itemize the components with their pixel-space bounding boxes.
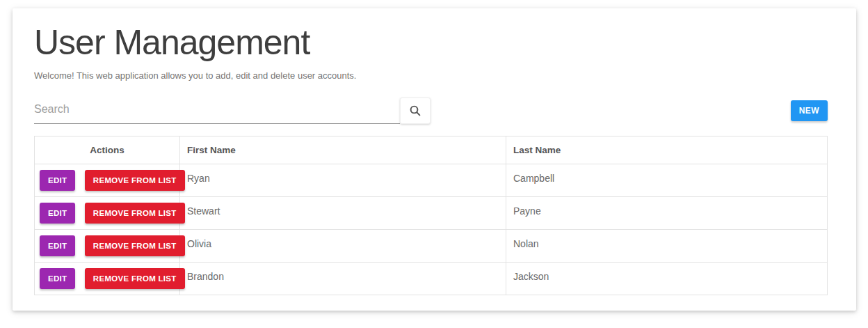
edit-button[interactable]: EDIT — [40, 170, 75, 191]
user-table-body: EDIT REMOVE FROM LIST Ryan Campbell EDIT… — [35, 164, 828, 295]
column-header-actions: Actions — [35, 136, 180, 164]
actions-cell: EDIT REMOVE FROM LIST — [35, 263, 180, 295]
new-button[interactable]: NEW — [791, 100, 828, 121]
page-title: User Management — [34, 24, 828, 62]
actions-cell: EDIT REMOVE FROM LIST — [35, 197, 180, 230]
first-name-cell: Olivia — [180, 230, 506, 263]
column-header-first-name: First Name — [180, 136, 506, 164]
remove-from-list-button[interactable]: REMOVE FROM LIST — [85, 235, 185, 256]
actions-cell: EDIT REMOVE FROM LIST — [35, 164, 180, 197]
first-name-cell: Stewart — [180, 197, 506, 230]
users-table: Actions First Name Last Name EDIT REMOVE… — [34, 136, 828, 295]
first-name-cell: Ryan — [180, 164, 506, 197]
edit-button[interactable]: EDIT — [40, 203, 75, 224]
search-input[interactable] — [34, 99, 400, 124]
search-icon — [409, 104, 421, 117]
last-name-cell: Jackson — [506, 263, 828, 295]
edit-button[interactable]: EDIT — [40, 268, 75, 289]
table-row: EDIT REMOVE FROM LIST Stewart Payne — [35, 197, 828, 230]
last-name-cell: Nolan — [506, 230, 828, 263]
remove-from-list-button[interactable]: REMOVE FROM LIST — [85, 203, 185, 224]
table-header: Actions First Name Last Name — [35, 136, 828, 164]
search-button[interactable] — [400, 97, 431, 124]
edit-button[interactable]: EDIT — [40, 235, 75, 256]
actions-cell: EDIT REMOVE FROM LIST — [35, 230, 180, 263]
table-row: EDIT REMOVE FROM LIST Olivia Nolan — [35, 230, 828, 263]
remove-from-list-button[interactable]: REMOVE FROM LIST — [85, 268, 185, 289]
remove-from-list-button[interactable]: REMOVE FROM LIST — [85, 170, 185, 191]
search-row: NEW — [34, 97, 828, 124]
welcome-text: Welcome! This web application allows you… — [34, 70, 828, 81]
last-name-cell: Payne — [506, 197, 828, 230]
last-name-cell: Campbell — [506, 164, 828, 197]
first-name-cell: Brandon — [180, 263, 506, 295]
table-row: EDIT REMOVE FROM LIST Brandon Jackson — [35, 263, 828, 295]
user-management-card: User Management Welcome! This web applic… — [13, 8, 856, 311]
column-header-last-name: Last Name — [506, 136, 828, 164]
table-row: EDIT REMOVE FROM LIST Ryan Campbell — [35, 164, 828, 197]
